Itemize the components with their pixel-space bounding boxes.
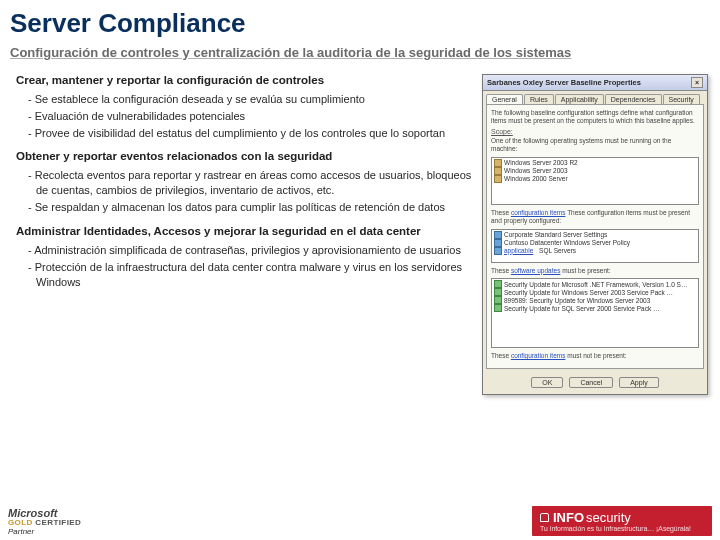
tab-security[interactable]: Security [663,94,700,104]
content-row: Crear, mantener y reportar la configurac… [0,64,720,395]
policy-icon [494,231,502,239]
dialog-buttons: OK Cancel Apply [483,372,707,394]
list-item[interactable]: Security Update for SQL Server 2000 Serv… [493,304,697,312]
list-item: Se establece la configuración deseada y … [28,92,476,107]
partner-text: Partner [8,528,81,536]
section-heading-3: Administrar Identidades, Accesos y mejor… [16,225,476,237]
microsoft-partner-badge: Microsoft GOLD CERTIFIED Partner [8,508,81,536]
dialog-description: The following baseline configuration set… [491,109,699,125]
dialog-body: The following baseline configuration set… [486,104,704,369]
list-item: Protección de la infraestructura del dat… [28,260,476,290]
infosecurity-logo-text: INFOsecurity [540,510,631,525]
updates-link[interactable]: software updates [511,267,561,274]
cfg-desc: These configuration items These configur… [491,209,699,225]
right-column: Sarbanes Oxley Server Baseline Propertie… [482,64,710,395]
page-subtitle: Configuración de controles y centralizac… [0,41,720,64]
dialog-title-text: Sarbanes Oxley Server Baseline Propertie… [487,78,641,87]
update-icon [494,288,502,296]
lock-icon [540,513,549,522]
list-item: Evaluación de vulnerabilidades potencial… [28,109,476,124]
list-item[interactable]: Corporate Standard Server Settings [493,231,697,239]
dialog-tabs: General Rules Applicability Dependencies… [483,91,707,104]
section-list-1: Se establece la configuración deseada y … [28,92,476,141]
bottom-note: These configuration items must not be pr… [491,352,699,360]
left-column: Crear, mantener y reportar la configurac… [10,64,482,395]
update-icon [494,304,502,312]
update-icon [494,296,502,304]
list-item[interactable]: Contoso Datacenter Windows Server Policy [493,239,697,247]
list-item[interactable]: Windows Server 2003 [493,167,697,175]
upd-desc: These software updates These software up… [491,267,699,275]
tab-dependencies[interactable]: Dependencies [605,94,662,104]
list-item: Administración simplificada de contraseñ… [28,243,476,258]
list-item[interactable]: 899589: Security Update for Windows Serv… [493,296,697,304]
list-item[interactable]: applicable SQL Servers [493,247,697,255]
list-item[interactable]: Security Update for Windows Server 2003 … [493,288,697,296]
apply-button[interactable]: Apply [619,377,659,388]
cfg-link[interactable]: configuration items [511,209,566,216]
section-heading-1: Crear, mantener y reportar la configurac… [16,74,476,86]
list-item: Se respaldan y almacenan los datos para … [28,200,476,215]
list-item[interactable]: Windows Server 2003 R2 [493,159,697,167]
section-list-2: Recolecta eventos para reportar y rastre… [28,168,476,215]
scope-label: Scope: [491,128,699,135]
footer: Microsoft GOLD CERTIFIED Partner INFOsec… [0,502,720,536]
tab-general[interactable]: General [486,94,523,104]
cfg-listbox[interactable]: Corporate Standard Server Settings Conto… [491,229,699,263]
server-icon [494,175,502,183]
dialog-titlebar: Sarbanes Oxley Server Baseline Propertie… [483,75,707,91]
policy-icon [494,239,502,247]
list-item: Provee de visibilidad del estatus del cu… [28,126,476,141]
infosecurity-tagline: Tu Información es tu Infraestructura… ¡A… [540,525,691,532]
os-listbox[interactable]: Windows Server 2003 R2 Windows Server 20… [491,157,699,205]
update-icon [494,280,502,288]
cancel-button[interactable]: Cancel [569,377,613,388]
updates-listbox[interactable]: Security Update for Microsoft .NET Frame… [491,278,699,348]
infosecurity-badge: INFOsecurity Tu Información es tu Infrae… [532,506,712,536]
server-icon [494,167,502,175]
tab-rules[interactable]: Rules [524,94,554,104]
tab-applicability[interactable]: Applicability [555,94,604,104]
applicable-link[interactable]: applicable [504,247,533,255]
list-item: Recolecta eventos para reportar y rastre… [28,168,476,198]
server-icon [494,159,502,167]
ok-button[interactable]: OK [531,377,563,388]
cfg-link-2[interactable]: configuration items [511,352,566,359]
properties-dialog: Sarbanes Oxley Server Baseline Propertie… [482,74,708,395]
section-list-3: Administración simplificada de contraseñ… [28,243,476,290]
list-item[interactable]: Security Update for Microsoft .NET Frame… [493,280,697,288]
scope-desc: One of the following operating systems m… [491,137,699,153]
policy-icon [494,247,502,255]
section-heading-2: Obtener y reportar eventos relacionados … [16,150,476,162]
list-item[interactable]: Windows 2000 Server [493,175,697,183]
page-title: Server Compliance [0,0,720,41]
close-icon[interactable]: × [691,77,703,88]
